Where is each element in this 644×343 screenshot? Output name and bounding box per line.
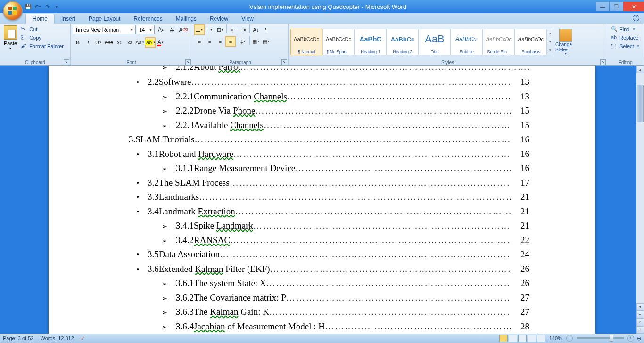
change-styles-button[interactable]: Change Styles▼ [555, 29, 576, 55]
format-painter-button[interactable]: 🖌Format Painter [20, 42, 65, 50]
toc-line: 3.6 Extended Kalman Filter (EKF) …………………… [115, 262, 529, 276]
scroll-up-button[interactable]: ▴ [636, 66, 644, 74]
prev-page-button[interactable]: « [636, 311, 644, 318]
align-left-button[interactable]: ≡ [194, 36, 205, 47]
highlight-button[interactable]: ab▼ [145, 37, 156, 48]
paste-button[interactable]: Paste ▼ [2, 24, 19, 51]
font-size-combo[interactable]: 14▼ [137, 25, 155, 34]
shrink-font-icon[interactable]: A▾ [167, 24, 177, 35]
replace-button[interactable]: abReplace [610, 34, 639, 41]
style-item-0[interactable]: AaBbCcDc¶ Normal [290, 29, 322, 55]
draft-view-button[interactable] [537, 335, 545, 342]
tab-home[interactable]: Home [25, 14, 55, 24]
cut-button[interactable]: ✂Cut [20, 25, 65, 33]
find-button[interactable]: 🔍Find▼ [610, 25, 636, 33]
show-marks-button[interactable]: ¶ [261, 24, 272, 35]
font-dialog-launcher[interactable]: ⬊ [185, 59, 191, 65]
svg-rect-1 [13, 7, 17, 10]
zoom-out-button[interactable]: − [566, 335, 573, 342]
italic-button[interactable]: I [83, 37, 93, 48]
style-item-4[interactable]: AaBTitle [419, 29, 451, 55]
next-page-button[interactable]: » [636, 326, 644, 334]
zoom-slider[interactable] [577, 337, 624, 339]
decrease-indent-button[interactable]: ⇤ [228, 24, 238, 35]
tab-insert[interactable]: Insert [55, 14, 82, 24]
redo-icon[interactable]: ↷ [43, 3, 51, 10]
toc-line: 3.3 Landmarks ……………………………………………………………………… [115, 190, 529, 204]
document-area[interactable]: 2.1.2 About Parrot ………………………………………………………… [0, 66, 644, 334]
style-item-5[interactable]: AaBbCc.Subtitle [451, 29, 483, 55]
copy-button[interactable]: ⎘Copy [20, 34, 65, 41]
scroll-thumb[interactable] [637, 85, 644, 122]
minimize-button[interactable]: — [596, 2, 609, 11]
align-center-button[interactable]: ≡ [205, 36, 215, 47]
help-icon[interactable]: ? [633, 15, 639, 21]
style-item-7[interactable]: AaBbCcDcEmphasis [515, 29, 547, 55]
tab-review[interactable]: Review [203, 14, 235, 24]
zoom-level[interactable]: 140% [549, 335, 562, 341]
style-item-2[interactable]: AaBbCHeading 1 [355, 29, 387, 55]
styles-more-button[interactable]: ▴▾▾ [547, 29, 553, 55]
toc-page-number: 22 [511, 234, 529, 247]
tab-view[interactable]: View [235, 14, 260, 24]
page[interactable]: 2.1.2 About Parrot ………………………………………………………… [49, 66, 595, 334]
close-button[interactable]: ✕ [623, 2, 644, 11]
full-screen-view-button[interactable] [509, 335, 517, 342]
restore-button[interactable]: ❐ [610, 2, 623, 11]
tab-references[interactable]: References [127, 14, 169, 24]
proofing-icon[interactable]: ✓ [81, 335, 85, 342]
toc-page-number: 27 [511, 291, 529, 305]
status-page[interactable]: Page: 3 of 52 [3, 335, 33, 341]
tab-page-layout[interactable]: Page Layout [82, 14, 127, 24]
strikethrough-button[interactable]: abc [104, 37, 114, 48]
scroll-down-button[interactable]: ▾ [636, 303, 644, 311]
align-right-button[interactable]: ≡ [215, 36, 225, 47]
styles-dialog-launcher[interactable]: ⬊ [600, 59, 606, 65]
bold-button[interactable]: B [73, 37, 83, 48]
style-item-1[interactable]: AaBbCcDc¶ No Spaci... [322, 29, 355, 55]
save-icon[interactable]: 💾 [25, 3, 32, 10]
font-color-button[interactable]: A▼ [156, 37, 166, 48]
sort-button[interactable]: A↓ [251, 24, 261, 35]
style-item-3[interactable]: AaBbCcHeading 2 [387, 29, 419, 55]
font-name-combo[interactable]: Times New Roman▼ [73, 25, 136, 34]
bullets-button[interactable]: ☰▼ [194, 24, 205, 35]
outline-view-button[interactable] [528, 335, 536, 342]
underline-button[interactable]: U▼ [93, 37, 104, 48]
zoom-slider-thumb[interactable] [610, 335, 613, 342]
status-words[interactable]: Words: 12,812 [40, 335, 74, 341]
grow-font-icon[interactable]: A▴ [156, 24, 166, 35]
select-button[interactable]: ⬚Select▼ [610, 42, 641, 50]
toc-line: 3.1 Robot and Hardware ……………………………………………… [115, 147, 529, 161]
change-case-button[interactable]: Aa▼ [135, 37, 145, 48]
numbering-button[interactable]: ≡▼ [205, 24, 215, 35]
clipboard-dialog-launcher[interactable]: ⬊ [64, 59, 69, 65]
browse-object-button[interactable]: ○ [636, 318, 644, 326]
vertical-scrollbar[interactable]: ▴ ▾ « ○ » [636, 66, 644, 334]
zoom-fit-icon[interactable]: ⊕ [637, 335, 641, 342]
undo-icon[interactable]: ↶▼ [34, 3, 41, 10]
editing-group-label: Editing [609, 59, 642, 65]
justify-button[interactable]: ≡ [225, 36, 236, 47]
paragraph-dialog-launcher[interactable]: ⬊ [281, 59, 287, 65]
tab-mailings[interactable]: Mailings [169, 14, 203, 24]
superscript-button[interactable]: x2 [124, 37, 135, 48]
styles-gallery[interactable]: AaBbCcDc¶ NormalAaBbCcDc¶ No Spaci...AaB… [290, 24, 605, 59]
office-button[interactable] [3, 1, 23, 21]
multilevel-list-button[interactable]: ⊟▼ [215, 24, 225, 35]
subscript-button[interactable]: x2 [114, 37, 124, 48]
style-item-6[interactable]: AaBbCcDcSubtle Em... [483, 29, 515, 55]
web-layout-view-button[interactable] [518, 335, 527, 342]
qat-customize-icon[interactable]: ▼ [53, 3, 60, 10]
toc-leader: ………………………………………………………………………………………………………… [235, 205, 511, 219]
increase-indent-button[interactable]: ⇥ [238, 24, 248, 35]
shading-button[interactable]: ▦▼ [251, 36, 261, 47]
toc-number: 3.6.1 [176, 277, 194, 290]
style-preview: AaBbC [360, 29, 382, 49]
find-icon: 🔍 [611, 26, 618, 33]
borders-button[interactable]: ▤▼ [261, 36, 272, 47]
line-spacing-button[interactable]: ‡▼ [238, 36, 248, 47]
zoom-in-button[interactable]: + [627, 335, 634, 342]
print-layout-view-button[interactable] [499, 335, 508, 342]
clear-formatting-icon[interactable]: A⌫ [178, 24, 189, 35]
